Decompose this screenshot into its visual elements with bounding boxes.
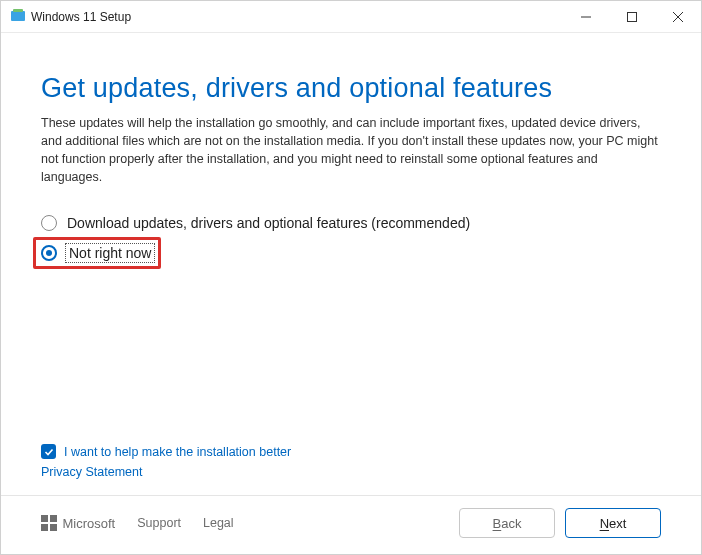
main-content: Get updates, drivers and optional featur… xyxy=(1,33,701,444)
radio-icon xyxy=(41,245,57,261)
page-description: These updates will help the installation… xyxy=(41,114,661,187)
svg-rect-0 xyxy=(11,11,25,21)
legal-link[interactable]: Legal xyxy=(203,516,234,530)
window-controls xyxy=(563,1,701,33)
titlebar: Windows 11 Setup xyxy=(1,1,701,33)
maximize-button[interactable] xyxy=(609,1,655,33)
option-not-right-now[interactable]: Not right now xyxy=(41,245,153,261)
svg-rect-1 xyxy=(13,9,23,12)
page-heading: Get updates, drivers and optional featur… xyxy=(41,73,661,104)
back-button[interactable]: Back xyxy=(459,508,555,538)
window-title: Windows 11 Setup xyxy=(31,10,131,24)
close-button[interactable] xyxy=(655,1,701,33)
radio-icon xyxy=(41,215,57,231)
bottom-area: I want to help make the installation bet… xyxy=(1,444,701,495)
footer-left: Microsoft Support Legal xyxy=(41,515,234,531)
option-download-updates[interactable]: Download updates, drivers and optional f… xyxy=(41,215,470,231)
help-improve-row: I want to help make the installation bet… xyxy=(41,444,661,459)
privacy-statement-link[interactable]: Privacy Statement xyxy=(41,465,661,479)
minimize-button[interactable] xyxy=(563,1,609,33)
support-link[interactable]: Support xyxy=(137,516,181,530)
titlebar-left: Windows 11 Setup xyxy=(11,8,131,25)
microsoft-logo: Microsoft xyxy=(41,515,115,531)
help-improve-label[interactable]: I want to help make the installation bet… xyxy=(64,445,291,459)
next-button[interactable]: Next xyxy=(565,508,661,538)
option-label: Download updates, drivers and optional f… xyxy=(67,215,470,231)
app-icon xyxy=(11,8,25,25)
option-label: Not right now xyxy=(67,245,153,261)
svg-rect-3 xyxy=(628,12,637,21)
footer-buttons: Back Next xyxy=(459,508,661,538)
footer: Microsoft Support Legal Back Next xyxy=(1,495,701,554)
microsoft-logo-text: Microsoft xyxy=(63,516,116,531)
update-options: Download updates, drivers and optional f… xyxy=(41,215,661,261)
setup-window: Windows 11 Setup Get updates, drivers an… xyxy=(0,0,702,555)
microsoft-logo-icon xyxy=(41,515,57,531)
help-improve-checkbox[interactable] xyxy=(41,444,56,459)
